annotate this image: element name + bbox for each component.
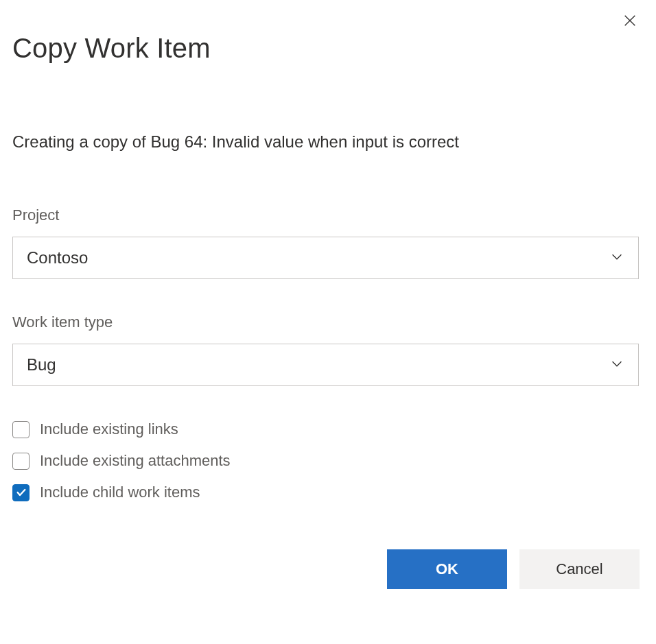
project-field-group: Project Contoso — [12, 206, 644, 279]
work-item-type-field-group: Work item type Bug — [12, 313, 644, 386]
work-item-type-dropdown[interactable]: Bug — [12, 344, 639, 386]
include-children-row: Include child work items — [12, 484, 644, 501]
dialog-description: Creating a copy of Bug 64: Invalid value… — [12, 132, 644, 152]
include-attachments-row: Include existing attachments — [12, 452, 644, 470]
include-attachments-label[interactable]: Include existing attachments — [40, 452, 231, 470]
include-children-label[interactable]: Include child work items — [40, 484, 200, 501]
include-children-checkbox[interactable] — [12, 484, 30, 501]
checkbox-group: Include existing links Include existing … — [12, 420, 644, 501]
work-item-type-label: Work item type — [12, 313, 644, 331]
include-links-row: Include existing links — [12, 420, 644, 438]
work-item-type-value: Bug — [27, 355, 56, 374]
chevron-down-icon — [609, 356, 624, 374]
project-value: Contoso — [27, 248, 88, 267]
ok-button[interactable]: OK — [387, 549, 507, 589]
include-attachments-checkbox[interactable] — [12, 453, 30, 470]
close-button[interactable] — [619, 11, 641, 33]
project-dropdown[interactable]: Contoso — [12, 237, 639, 279]
chevron-down-icon — [609, 249, 624, 267]
project-label: Project — [12, 206, 644, 224]
close-icon — [622, 13, 637, 31]
include-links-label[interactable]: Include existing links — [40, 420, 178, 438]
button-row: OK Cancel — [12, 549, 644, 589]
dialog-title: Copy Work Item — [12, 33, 644, 64]
cancel-button[interactable]: Cancel — [519, 549, 640, 589]
include-links-checkbox[interactable] — [12, 421, 30, 438]
